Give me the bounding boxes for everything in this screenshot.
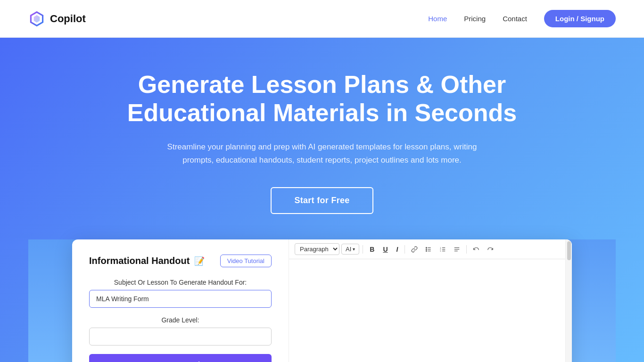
hero-subtitle: Streamline your planning and prep with A… xyxy=(152,140,492,168)
editor-toolbar: Paragraph Heading 1 Heading 2 AI ▾ B U I xyxy=(289,239,565,259)
logo-area: Copilot xyxy=(28,10,86,27)
undo-button[interactable] xyxy=(470,244,482,255)
nav-home[interactable]: Home xyxy=(428,15,447,23)
left-panel: Informational Handout 📝 Video Tutorial S… xyxy=(72,239,289,362)
redo-button[interactable] xyxy=(484,244,496,255)
nav-links: Home Pricing Contact Login / Signup xyxy=(428,10,616,27)
ai-label: AI xyxy=(346,246,351,253)
svg-point-4 xyxy=(426,249,427,250)
ordered-list-button[interactable]: 1. 2. 3. xyxy=(437,244,449,255)
toolbar-divider-1 xyxy=(363,245,363,254)
svg-point-5 xyxy=(426,251,427,252)
scrollbar-thumb[interactable] xyxy=(567,241,571,260)
link-button[interactable] xyxy=(408,244,421,255)
nav-contact[interactable]: Contact xyxy=(503,15,527,23)
italic-button[interactable]: I xyxy=(393,244,402,255)
paragraph-select[interactable]: Paragraph Heading 1 Heading 2 xyxy=(295,243,339,255)
generate-handout-button[interactable]: Generate Handout xyxy=(89,354,272,362)
ai-chevron-icon: ▾ xyxy=(353,247,355,252)
panel-header: Informational Handout 📝 Video Tutorial xyxy=(89,255,272,267)
demo-card: Informational Handout 📝 Video Tutorial S… xyxy=(72,239,572,362)
navbar: Copilot Home Pricing Contact Login / Sig… xyxy=(0,0,644,38)
hero-section: Generate Lesson Plans & Other Educationa… xyxy=(0,38,644,362)
editor-scrollbar[interactable] xyxy=(565,239,572,362)
svg-text:3.: 3. xyxy=(440,250,442,252)
subject-input[interactable] xyxy=(89,290,272,308)
panel-title-area: Informational Handout 📝 xyxy=(89,255,205,266)
hero-title: Generate Lesson Plans & Other Educationa… xyxy=(110,71,534,127)
panel-title: Informational Handout xyxy=(89,255,190,266)
bullet-list-button[interactable] xyxy=(422,244,435,255)
grade-input[interactable] xyxy=(89,328,272,346)
nav-pricing[interactable]: Pricing xyxy=(464,15,486,23)
grade-label: Grade Level: xyxy=(89,316,272,324)
editor-content[interactable] xyxy=(289,259,565,362)
right-panel-wrapper: Paragraph Heading 1 Heading 2 AI ▾ B U I xyxy=(289,239,572,362)
start-for-free-button[interactable]: Start for Free xyxy=(271,187,373,214)
login-signup-button[interactable]: Login / Signup xyxy=(544,10,616,27)
align-button[interactable] xyxy=(451,244,463,255)
svg-point-3 xyxy=(426,247,427,248)
toolbar-divider-3 xyxy=(466,245,467,254)
underline-button[interactable]: U xyxy=(380,244,391,255)
ai-dropdown[interactable]: AI ▾ xyxy=(341,244,359,255)
edit-icon: 📝 xyxy=(194,256,205,266)
logo-text: Copilot xyxy=(50,13,86,25)
toolbar-divider-2 xyxy=(405,245,405,254)
video-tutorial-button[interactable]: Video Tutorial xyxy=(220,255,272,267)
bold-button[interactable]: B xyxy=(366,244,378,255)
right-panel: Paragraph Heading 1 Heading 2 AI ▾ B U I xyxy=(289,239,565,362)
logo-icon xyxy=(28,10,45,27)
subject-label: Subject Or Lesson To Generate Handout Fo… xyxy=(89,279,272,286)
